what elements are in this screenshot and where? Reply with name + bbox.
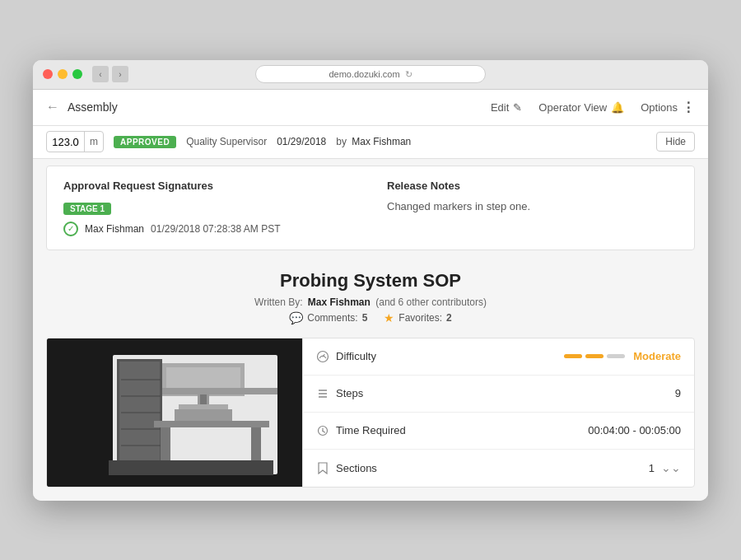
traffic-lights [43,69,82,79]
comments-stat: 💬 Comments: 5 [289,311,367,324]
star-icon: ★ [384,311,394,324]
version-input[interactable] [47,136,84,148]
release-notes-text: Changed markers in step one. [387,200,678,212]
steps-label-text: Steps [336,387,363,399]
refresh-icon[interactable]: ↻ [405,69,412,80]
comment-icon: 💬 [289,311,303,324]
approved-badge: APPROVED [114,136,176,148]
top-nav: ← Assembly Edit ✎ Operator View 🔔 Option… [33,90,708,126]
clock-icon [316,425,329,436]
release-notes-section: Release Notes Changed markers in step on… [387,180,678,236]
approval-role: Quality Supervisor [186,136,267,147]
svg-rect-3 [119,362,160,468]
edit-icon: ✎ [513,101,522,114]
svg-rect-7 [251,427,261,460]
svg-rect-19 [179,404,228,409]
expand-icon[interactable]: ⌄⌄ [661,461,681,474]
operator-view-label: Operator View [538,101,607,114]
edit-label: Edit [491,101,509,114]
svg-rect-18 [175,409,232,421]
approval-by: by Max Fishman [336,136,411,147]
svg-rect-5 [154,421,269,427]
nav-right-actions: Edit ✎ Operator View 🔔 Options ⋮ [491,100,695,115]
difficulty-value: Moderate [633,350,681,362]
sop-image [47,338,302,487]
forward-nav-button[interactable]: › [112,66,128,82]
minimize-button[interactable] [58,69,68,79]
edit-action[interactable]: Edit ✎ [491,101,522,114]
svg-line-27 [323,431,325,432]
bell-icon: 🔔 [611,101,624,114]
operator-view-action[interactable]: Operator View 🔔 [538,101,624,114]
list-icon [316,388,329,399]
signatures-title: Approval Request Signatures [63,180,354,192]
dots-icon: ⋮ [682,100,695,115]
bookmark-icon [316,462,329,474]
browser-titlebar: ‹ › demo.dozuki.com ↻ [33,60,708,90]
page-title-nav: Assembly [68,100,118,114]
svg-rect-4 [109,460,273,475]
options-action[interactable]: Options ⋮ [641,100,695,115]
difficulty-dots: Moderate [564,350,681,362]
sections-value: 1 [649,462,655,474]
signer-date: 01/29/2018 07:28:38 AM PST [151,223,280,235]
favorites-count: 2 [446,312,452,324]
hide-button[interactable]: Hide [656,132,695,152]
browser-window: ‹ › demo.dozuki.com ↻ ← Assembly Edit ✎ … [33,60,708,501]
back-arrow-icon: ← [46,100,59,114]
version-unit: m [84,132,103,152]
info-row-time: Time Required 00:04:00 - 00:05:00 [303,413,694,450]
sop-title: Probing System SOP [46,270,695,292]
dot-2 [585,354,604,358]
time-label: Time Required [316,424,423,436]
sections-label: Sections [316,462,423,474]
info-panel: Difficulty Moderate [302,338,694,487]
favorites-stat: ★ Favorites: 2 [384,311,451,324]
address-bar[interactable]: demo.dozuki.com ↻ [255,65,486,83]
time-value: 00:04:00 - 00:05:00 [588,424,681,436]
sop-authors: Written By: Max Fishman (and 6 other con… [46,296,695,308]
signature-row: ✓ Max Fishman 01/29/2018 07:28:38 AM PST [63,222,354,236]
version-input-wrap: m [46,131,104,152]
content-body: Difficulty Moderate [46,338,695,488]
signatures-section: Approval Request Signatures STAGE 1 ✓ Ma… [63,180,354,236]
svg-rect-6 [161,427,170,460]
svg-rect-12 [162,388,277,394]
stage-badge: STAGE 1 [63,203,111,215]
machine-illustration [47,338,302,487]
approval-date: 01/29/2018 [277,136,326,147]
dot-3 [607,354,625,358]
signer-name: Max Fishman [85,223,144,235]
difficulty-label-text: Difficulty [336,350,376,362]
back-link[interactable]: ← Assembly [46,100,118,114]
info-row-sections: Sections 1 ⌄⌄ [303,450,694,487]
info-row-steps: Steps 9 [303,376,694,413]
dot-1 [564,354,582,358]
sop-stats: 💬 Comments: 5 ★ Favorites: 2 [46,311,695,324]
gauge-icon [316,350,329,363]
favorites-label: Favorites: [398,312,442,324]
sections-label-text: Sections [336,462,377,474]
check-circle-icon: ✓ [63,222,78,236]
release-notes-title: Release Notes [387,180,678,192]
time-label-text: Time Required [336,424,406,436]
steps-label: Steps [316,387,423,399]
comments-label: Comments: [307,312,357,324]
browser-nav-buttons: ‹ › [92,66,128,82]
main-content: Probing System SOP Written By: Max Fishm… [33,257,708,501]
maximize-button[interactable] [72,69,82,79]
url-text: demo.dozuki.com [329,69,399,79]
app-content: ← Assembly Edit ✎ Operator View 🔔 Option… [33,90,708,501]
approval-bar: m APPROVED Quality Supervisor 01/29/2018… [33,126,708,159]
back-nav-button[interactable]: ‹ [92,66,109,82]
approval-panel: Approval Request Signatures STAGE 1 ✓ Ma… [46,166,695,250]
info-row-difficulty: Difficulty Moderate [303,338,694,376]
difficulty-label: Difficulty [316,350,423,363]
close-button[interactable] [43,69,53,79]
options-label: Options [641,101,678,114]
comments-count: 5 [362,312,368,324]
steps-value: 9 [675,387,681,399]
